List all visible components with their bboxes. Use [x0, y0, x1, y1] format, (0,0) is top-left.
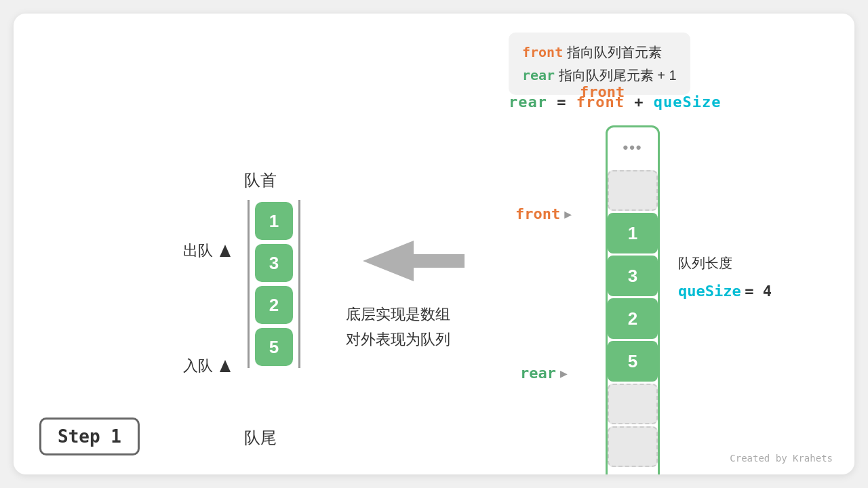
front-arrow-icon: ▶ [564, 207, 572, 221]
quesize-info: 队列长度 queSize = 4 [678, 249, 772, 306]
left-queue-cell-0: 1 [255, 202, 293, 240]
array-container: ••• 1 3 2 5 ••• [606, 125, 660, 474]
front-pointer: front ▶ [515, 205, 572, 222]
array-cell-2: 2 [608, 298, 658, 339]
formula-quesize: queSize [654, 94, 722, 110]
middle-text: 底层实现是数组 对外表现为队列 [346, 302, 450, 352]
legend-rear-desc: 指向队列尾元素 + 1 [559, 68, 677, 83]
dequeue-arrow-icon [220, 245, 231, 257]
slide: front 指向队列首元素 rear 指向队列尾元素 + 1 rear = fr… [14, 14, 854, 474]
enqueue-arrow-icon [220, 360, 231, 372]
svg-marker-0 [363, 241, 465, 281]
array-cell-5: 5 [608, 341, 658, 382]
left-arrow-icon [359, 237, 468, 285]
credit-text: Created by Krahets [730, 453, 833, 464]
step-badge: Step 1 [39, 418, 140, 455]
array-cell-empty-1 [608, 170, 658, 211]
legend-front-desc: 指向队列首元素 [567, 45, 662, 60]
dequeue-label: 出队 [183, 241, 231, 261]
left-queue: 1 3 2 5 [248, 200, 300, 368]
legend-front-line: front 指向队列首元素 [522, 41, 677, 64]
array-cell-3: 3 [608, 256, 658, 296]
enqueue-label: 入队 [183, 356, 231, 376]
left-queue-cell-3: 5 [255, 328, 293, 366]
left-queue-cell-2: 2 [255, 286, 293, 324]
array-cell-dots-top: ••• [608, 127, 658, 168]
legend-rear-kw: rear [522, 67, 555, 83]
rear-arrow-icon: ▶ [560, 366, 568, 380]
formula-rear: rear [509, 94, 547, 110]
front-top-label: front [580, 83, 625, 100]
array-cell-1: 1 [608, 213, 658, 253]
queue-bottom-label: 队尾 [244, 427, 277, 449]
queue-top-label: 队首 [244, 169, 277, 191]
left-queue-cell-1: 3 [255, 244, 293, 282]
rear-pointer: rear ▶ [520, 365, 568, 382]
array-cell-empty-3 [608, 426, 658, 467]
legend-front-kw: front [522, 44, 563, 60]
array-cell-dots-bottom: ••• [608, 469, 658, 474]
array-cell-empty-2 [608, 384, 658, 424]
